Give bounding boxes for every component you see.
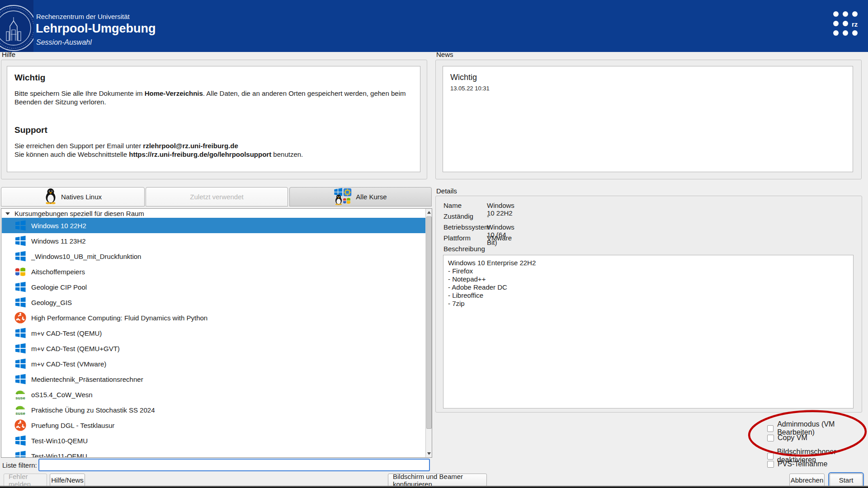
course-list-item[interactable]: suseoS15.4_CoW_Wesn (2, 387, 426, 402)
scroll-down-icon[interactable] (426, 450, 432, 457)
windows-logo-icon (14, 450, 27, 458)
tab-label: Alle Kurse (356, 193, 387, 201)
scrollbar-thumb[interactable] (426, 216, 432, 429)
news-section-label: News (436, 51, 453, 58)
news-groupbox: Wichtig 13.05.22 10:31 (435, 60, 862, 179)
course-list-item[interactable]: Geologie CIP Pool (2, 279, 426, 295)
course-list: Kursumgebungen speziell für diesen Raum … (1, 208, 432, 458)
list-scrollbar[interactable] (425, 209, 432, 457)
rz-logo-dot (852, 30, 858, 36)
course-list-item[interactable]: Geology_GIS (2, 295, 426, 310)
help-text-area: Wichtig Bitte speichern Sie alle Ihre Do… (7, 66, 420, 172)
rz-logo-dot (843, 21, 848, 26)
course-item-label: oS15.4_CoW_Wesn (31, 391, 93, 399)
help-section-label: Hilfe (2, 51, 15, 58)
details-field-label: Zuständig (443, 212, 473, 220)
course-item-label: Geologie CIP Pool (31, 283, 87, 291)
windows-xp-icon (342, 196, 351, 206)
course-list-item[interactable]: Pruefung DGL - Testklausur (2, 418, 426, 433)
course-item-label: m+v CAD-Test (VMware) (31, 360, 106, 368)
course-list-item[interactable]: _Windows10_UB_mit_Druckfunktion (2, 249, 426, 264)
rz-logo-text: rz (852, 20, 858, 28)
help-news-button[interactable]: Hilfe/News (50, 474, 85, 487)
page-subtitle: Session-Auswahl (36, 38, 92, 47)
tux-icon (334, 194, 343, 206)
filter-input[interactable] (38, 459, 430, 471)
course-item-label: Aitschoffempeiers (31, 268, 85, 276)
filter-label: Liste filtern: (2, 461, 37, 469)
collapse-triangle-icon (5, 212, 10, 215)
windows-xp-icon (14, 265, 27, 278)
course-item-label: Windows 11 23H2 (31, 237, 86, 245)
details-section-label: Details (436, 187, 457, 195)
course-group-header[interactable]: Kursumgebungen speziell für diesen Raum (1, 209, 432, 218)
tab-alle-kurse[interactable]: Alle Kurse (289, 187, 432, 206)
lehrpool-session-chooser-window: Rechenzentrum der Universität Lehrpool-U… (0, 0, 868, 488)
help-important-text: Bitte speichern Sie alle Ihre Dokumente … (14, 89, 421, 106)
description-line: - Firefox (448, 267, 853, 275)
windows-logo-icon (14, 373, 27, 385)
tab-natives-linux[interactable]: Natives Linux (1, 187, 145, 206)
course-list-item[interactable]: High Performance Computing: Fluid Dynami… (2, 310, 426, 325)
rz-logo-dot (852, 11, 858, 17)
svg-text:suse: suse (15, 395, 25, 400)
tab-zuletzt-verwendet[interactable]: Zuletzt verwendet (146, 187, 288, 206)
news-item-timestamp: 13.05.22 10:31 (450, 85, 853, 92)
course-item-label: _Windows10_UB_mit_Druckfunktion (31, 253, 141, 260)
rz-logo-dot (843, 11, 848, 17)
ubuntu-icon (14, 419, 27, 432)
help-support-line2: Sie können auch die Webschnittstelle htt… (14, 150, 421, 159)
course-list-item[interactable]: Aitschoffempeiers (2, 264, 426, 279)
header-org-line: Rechenzentrum der Universität (36, 13, 130, 20)
windows-logo-icon (14, 327, 27, 339)
details-field-label: Plattform (443, 234, 471, 242)
course-list-item[interactable]: Windows 11 23H2 (2, 233, 426, 249)
description-line: Windows 10 Enterprise 22H2 (448, 259, 853, 267)
rz-logo-dot (833, 11, 839, 17)
details-field-value: - (487, 212, 489, 220)
course-list-item[interactable]: m+v CAD-Test (VMware) (2, 356, 426, 371)
course-list-item[interactable]: Test-Win11-QEMU (2, 448, 426, 458)
course-item-label: Test-Win11-QEMU (31, 452, 87, 458)
windows-logo-icon (14, 235, 27, 247)
checkbox-icon[interactable] (767, 461, 774, 468)
course-item-label: Praktische Übung zu Stochastik SS 2024 (31, 406, 155, 414)
report-error-button: Fehler melden (4, 474, 47, 487)
details-field-value: VMware (487, 234, 512, 242)
checkbox-icon[interactable] (767, 435, 774, 441)
course-list-item[interactable]: susePraktische Übung zu Stochastik SS 20… (2, 402, 426, 418)
course-item-label: Windows 10 22H2 (31, 222, 86, 230)
tux-icon (44, 188, 57, 206)
course-item-label: m+v CAD-Test (QEMU) (31, 329, 102, 337)
course-item-label: High Performance Computing: Fluid Dynami… (31, 314, 208, 322)
page-title: Lehrpool-Umgebung (36, 22, 156, 36)
university-seal-icon (0, 0, 33, 52)
course-list-item[interactable]: Test-Win10-QEMU (2, 433, 426, 448)
course-item-label: Test-Win10-QEMU (31, 437, 88, 445)
cancel-button[interactable]: Abbrechen (789, 474, 825, 487)
checkbox-icon[interactable] (767, 425, 774, 432)
course-list-item[interactable]: Medientechnik_Präsentationsrechner (2, 371, 426, 387)
checkbox-icon[interactable] (767, 453, 774, 460)
windows-logo-icon (14, 296, 27, 309)
description-box: Windows 10 Enterprise 22H2- Firefox- Not… (443, 255, 854, 408)
start-button[interactable]: Start (830, 474, 863, 487)
details-field-value: Windows 10 22H2 (487, 202, 514, 217)
checkbox-copy-vm[interactable]: Copy VM (767, 434, 807, 442)
course-item-label: Pruefung DGL - Testklausur (31, 422, 114, 429)
course-list-item[interactable]: m+v CAD-Test (QEMU+GVT) (2, 341, 426, 356)
checkbox-label: Copy VM (778, 434, 807, 442)
scroll-up-icon[interactable] (426, 209, 432, 216)
course-item-label: m+v CAD-Test (QEMU+GVT) (31, 345, 120, 352)
course-list-item[interactable]: m+v CAD-Test (QEMU) (2, 325, 426, 341)
details-groupbox: NameWindows 10 22H2Zuständig-Betriebssys… (435, 196, 862, 413)
course-list-item[interactable]: Windows 10 22H2 (2, 218, 426, 233)
description-line: - Notepad++ (448, 275, 853, 283)
configure-display-button[interactable]: Bildschirm und Beamer konfigurieren (388, 474, 487, 487)
rz-logo: rz (833, 11, 860, 38)
windows-logo-icon (14, 434, 27, 447)
description-line: - Adobe Reader DC (448, 283, 853, 291)
windows-logo-icon (14, 357, 27, 370)
checkbox-pvs[interactable]: PVS-Teilnahme (767, 460, 827, 468)
course-item-label: Geology_GIS (31, 299, 72, 306)
